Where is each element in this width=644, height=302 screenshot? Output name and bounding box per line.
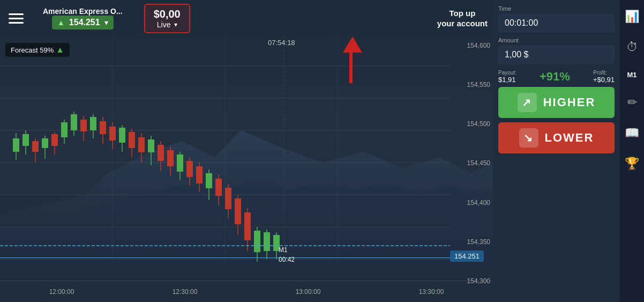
- x-label-1: 12:00:00: [49, 288, 74, 296]
- svg-rect-61: [235, 198, 241, 224]
- svg-rect-21: [42, 138, 48, 148]
- svg-rect-43: [148, 139, 154, 152]
- asset-selector[interactable]: American Express O... ▲ 154.251 ▾: [43, 7, 123, 30]
- y-label-6: 154,350: [453, 238, 490, 246]
- svg-rect-51: [186, 161, 193, 177]
- asset-dropdown-icon[interactable]: ▾: [104, 18, 108, 27]
- lower-label: LOWER: [545, 131, 594, 145]
- current-price-tag: 154.251: [450, 251, 484, 262]
- svg-rect-53: [196, 166, 203, 183]
- x-axis: 12:00:00 12:30:00 13:00:00 13:30:00: [0, 281, 493, 302]
- payout-percentage: +91%: [540, 70, 570, 84]
- svg-rect-23: [51, 134, 58, 146]
- lower-button[interactable]: ↘ LOWER: [498, 122, 615, 153]
- chart-countdown: 00:42: [279, 256, 295, 263]
- right-panel: Time ⏱ Amount $ Payout: $1,91 +91% Profi…: [493, 0, 644, 302]
- time-input-row: ⏱: [498, 13, 615, 33]
- chart-area: 154.251 M1 00:42 07:54:18 154,600 154,55…: [0, 0, 493, 302]
- higher-arrow-icon: ↗: [518, 93, 537, 112]
- candlestick-chart: [0, 36, 450, 267]
- svg-rect-37: [119, 128, 125, 143]
- balance-type: Live: [157, 20, 171, 29]
- amount-input[interactable]: [498, 46, 615, 64]
- y-label-4: 154,450: [453, 159, 490, 167]
- svg-rect-31: [90, 117, 96, 130]
- hamburger-button[interactable]: [5, 8, 27, 29]
- red-arrow-line: [349, 51, 353, 83]
- y-label-5: 154,400: [453, 199, 490, 207]
- clock-settings-icon[interactable]: ⏱: [622, 36, 642, 58]
- profit-label: Profit:: [593, 70, 615, 76]
- chart-time-marker: 07:54:18: [268, 39, 295, 47]
- balance-box[interactable]: $0,00 Live ▾: [144, 4, 190, 33]
- payout-value: $1,91: [498, 76, 516, 84]
- y-label-1: 154,600: [453, 42, 490, 49]
- amount-input-row: $: [498, 45, 615, 64]
- svg-rect-55: [206, 173, 212, 188]
- svg-rect-45: [158, 145, 164, 161]
- y-label-3: 154,500: [453, 120, 490, 128]
- y-label-2: 154,550: [453, 81, 490, 89]
- forecast-arrow-icon: ▲: [56, 45, 64, 55]
- chart-timeframe-label: M1: [279, 246, 288, 254]
- svg-rect-27: [71, 114, 77, 130]
- balance-amount: $0,00: [154, 8, 181, 20]
- payout-row: Payout: $1,91 +91% Profit: +$0,91: [498, 69, 615, 85]
- current-price-line: [0, 257, 450, 258]
- asset-name: American Express O...: [43, 7, 123, 16]
- red-arrow-indicator: [343, 36, 362, 53]
- svg-rect-17: [23, 134, 29, 146]
- svg-rect-25: [61, 122, 68, 137]
- x-label-2: 12:30:00: [173, 288, 198, 296]
- lower-arrow-icon: ↘: [519, 128, 538, 148]
- edit-trade-icon[interactable]: ✏: [623, 91, 641, 114]
- time-label: Time: [498, 5, 615, 12]
- profit-value: +$0,91: [593, 76, 615, 84]
- svg-rect-35: [109, 127, 116, 141]
- amount-control: Amount $: [498, 37, 615, 64]
- amount-label: Amount: [498, 37, 615, 43]
- svg-rect-47: [167, 150, 174, 166]
- chart-topbar: American Express O... ▲ 154.251 ▾ $0,00 …: [0, 0, 493, 36]
- asset-price: 154.251: [69, 18, 100, 27]
- higher-button[interactable]: ↗ HIGHER: [498, 87, 615, 118]
- svg-rect-41: [138, 137, 145, 152]
- svg-rect-49: [177, 154, 183, 172]
- payout-label: Payout:: [498, 70, 516, 76]
- svg-rect-63: [244, 212, 251, 240]
- profit-item: Profit: +$0,91: [593, 70, 615, 84]
- time-input[interactable]: [498, 14, 615, 32]
- svg-rect-15: [13, 138, 19, 152]
- asset-price-row: ▲ 154.251 ▾: [52, 16, 114, 30]
- trophy-icon[interactable]: 🏆: [620, 152, 643, 175]
- svg-rect-39: [129, 132, 135, 148]
- timeframe-m1-icon: M1: [623, 67, 641, 83]
- chart-bars-icon[interactable]: 📊: [620, 5, 643, 28]
- book-icon[interactable]: 📖: [620, 122, 643, 144]
- payout-item: Payout: $1,91: [498, 70, 516, 84]
- price-up-icon: ▲: [57, 18, 65, 27]
- panel-icons: 📊 ⏱ M1 ✏ 📖 🏆: [620, 0, 644, 302]
- x-label-3: 13:00:00: [296, 288, 321, 296]
- svg-rect-59: [225, 188, 231, 209]
- controls-area: Time ⏱ Amount $ Payout: $1,91 +91% Profi…: [493, 0, 620, 159]
- balance-chevron-icon[interactable]: ▾: [174, 21, 177, 28]
- svg-rect-67: [264, 232, 270, 251]
- svg-rect-19: [32, 141, 39, 152]
- svg-rect-57: [215, 179, 222, 196]
- time-control: Time ⏱: [498, 5, 615, 33]
- svg-rect-65: [254, 231, 260, 252]
- topup-button[interactable]: Top up your account: [437, 8, 488, 29]
- svg-rect-29: [80, 120, 87, 131]
- x-label-4: 13:30:00: [419, 288, 444, 296]
- forecast-badge: Forecast 59% ▲: [5, 43, 70, 57]
- svg-rect-33: [100, 121, 106, 134]
- balance-type-row: Live ▾: [154, 20, 181, 29]
- forecast-text: Forecast 59%: [11, 46, 54, 54]
- higher-label: HIGHER: [543, 95, 596, 109]
